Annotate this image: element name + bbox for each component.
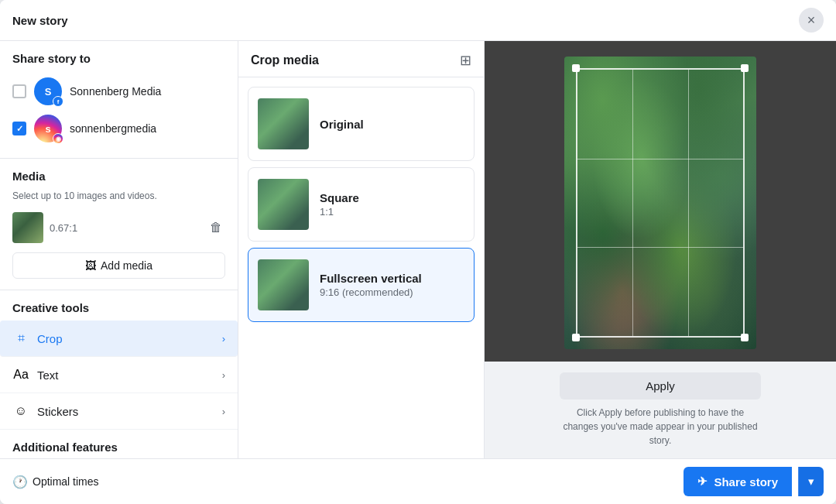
modal-footer: 🕐 Optimal times ✈ Share story ▾ [0,458,836,504]
add-media-icon: 🖼 [85,259,96,272]
media-section: Media Select up to 10 images and videos.… [0,159,238,290]
stickers-icon: ☺ [12,403,29,420]
crop-thumb-original [258,98,309,149]
crop-tool-item[interactable]: ⌗ Crop › [0,321,238,357]
apply-hint: Click Apply before publishing to have th… [560,406,761,447]
crop-thumb-fullscreen [258,259,309,310]
modal-title: New story [12,14,68,27]
share-story-dropdown-button[interactable]: ▾ [798,467,824,496]
stickers-tool-left: ☺ Stickers [12,403,78,420]
crop-media-title: Crop media [251,53,319,67]
stickers-label: Stickers [37,405,78,418]
media-ratio: 0.67:1 [50,222,200,234]
additional-features-section: Additional features [0,430,238,458]
crop-name-original: Original [320,118,464,131]
share-story-button[interactable]: ✈ Share story [684,467,792,496]
crop-info-fullscreen: Fullscreen vertical 9:16 (recommended) [320,272,464,298]
crop-icon: ⌗ [12,330,29,347]
facebook-platform-icon: f [53,96,63,107]
facebook-account-name: Sonnenberg Media [70,85,161,98]
chevron-down-icon: ▾ [808,475,814,488]
corner-handle-bl[interactable] [572,334,580,341]
modal-body: Share story to S f Sonnenberg Media s ◉ [0,41,836,458]
stickers-chevron-icon: › [222,406,225,417]
stickers-tool-item[interactable]: ☺ Stickers › [0,393,238,430]
crop-name-square: Square [320,191,464,204]
crop-chevron-icon: › [222,333,225,345]
text-tool-item[interactable]: Aa Text › [0,357,238,393]
corner-handle-br[interactable] [741,334,749,341]
media-subtitle: Select up to 10 images and videos. [12,190,225,201]
crop-header: Crop media ⊞ [238,41,484,77]
media-thumbnail [12,212,43,243]
optimal-times-button[interactable]: 🕐 Optimal times [12,475,99,489]
instagram-checkbox[interactable] [12,122,26,135]
left-panel: Share story to S f Sonnenberg Media s ◉ [0,41,238,458]
media-item: 0.67:1 🗑 [12,209,225,246]
media-thumb-image [12,212,43,243]
crop-name-fullscreen: Fullscreen vertical [320,272,464,285]
preview-container [564,57,756,349]
grid-line-h1 [577,159,743,159]
clock-icon: 🕐 [12,475,28,489]
crop-option-fullscreen[interactable]: Fullscreen vertical 9:16 (recommended) [248,248,475,322]
crop-option-square[interactable]: Square 1:1 [248,167,475,242]
split-view-icon[interactable]: ⊞ [460,52,471,69]
right-panel: Apply Click Apply before publishing to h… [485,41,836,458]
creative-tools-section: Creative tools ⌗ Crop › Aa Text › [0,290,238,430]
media-section-title: Media [12,170,225,183]
text-icon: Aa [12,366,29,383]
share-section-title: Share story to [12,52,225,65]
crop-option-original[interactable]: Original [248,87,475,161]
creative-tools-title: Creative tools [0,290,238,314]
text-tool-left: Aa Text [12,366,59,383]
crop-options-list: Original Square 1:1 Fullscreen vertical [238,77,484,331]
account-item-facebook[interactable]: S f Sonnenberg Media [12,73,225,110]
crop-ratio-square: 1:1 [320,206,464,218]
account-item-instagram[interactable]: s ◉ sonnenbergmedia [12,110,225,147]
share-story-section: Share story to S f Sonnenberg Media s ◉ [0,41,238,159]
crop-border-overlay [576,68,745,338]
modal-header: New story × [0,0,836,41]
crop-info-original: Original [320,118,464,131]
add-media-button[interactable]: 🖼 Add media [12,252,225,279]
send-icon: ✈ [697,475,708,489]
text-chevron-icon: › [222,369,225,381]
apply-section: Apply Click Apply before publishing to h… [485,362,836,458]
instagram-platform-icon: ◉ [53,133,63,144]
instagram-account-name: sonnenbergmedia [70,122,156,135]
crop-tool-left: ⌗ Crop [12,330,63,347]
crop-info-square: Square 1:1 [320,191,464,218]
text-label: Text [37,369,59,382]
corner-handle-tr[interactable] [741,64,749,72]
crop-ratio-fullscreen: 9:16 (recommended) [320,286,464,298]
delete-media-button[interactable]: 🗑 [207,218,225,238]
facebook-checkbox[interactable] [12,84,26,98]
additional-features-title: Additional features [12,441,225,454]
grid-line-v2 [688,70,689,336]
grid-line-h2 [577,247,743,248]
crop-thumb-square [258,179,309,230]
instagram-avatar: s ◉ [34,115,62,142]
crop-label: Crop [37,332,63,345]
middle-panel: Crop media ⊞ Original Square 1:1 [238,41,485,458]
facebook-avatar: S f [34,77,62,105]
corner-handle-tl[interactable] [572,64,580,72]
grid-line-v1 [632,70,633,336]
optimal-times-label: Optimal times [33,475,99,488]
apply-button[interactable]: Apply [560,372,761,399]
add-media-label: Add media [101,259,152,272]
close-button[interactable]: × [799,8,824,33]
new-story-modal: New story × Share story to S f Sonnenber… [0,0,836,504]
share-story-label: Share story [714,475,778,489]
